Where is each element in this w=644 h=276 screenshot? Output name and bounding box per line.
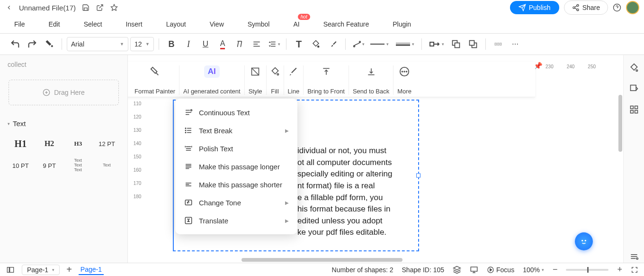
svg-point-65 <box>185 132 186 133</box>
presentation-icon[interactable] <box>470 266 478 274</box>
text-preset-multi[interactable]: Text Text Text <box>65 156 91 175</box>
fontsize-select[interactable]: 12▼ <box>130 37 154 51</box>
ai-content-icon[interactable]: AI <box>204 65 220 78</box>
publish-button[interactable]: Publish <box>510 1 559 14</box>
page-select[interactable]: Page-1▾ <box>22 265 60 275</box>
svg-marker-1 <box>111 4 117 10</box>
text-preset-text[interactable]: Text <box>94 156 120 175</box>
menu-search-feature[interactable]: Search Feature <box>323 20 369 28</box>
ai-text-break[interactable]: Text Break▶ <box>175 121 297 139</box>
external-icon[interactable] <box>96 3 104 12</box>
layer-back-icon[interactable] <box>465 37 481 52</box>
page-layout-icon[interactable] <box>6 266 15 274</box>
svg-line-0 <box>99 5 103 8</box>
text-preset-12pt[interactable]: 12 PT <box>94 134 120 153</box>
fill-icon[interactable] <box>308 37 323 52</box>
ai-translate[interactable]: Translate▶ <box>175 212 297 230</box>
grid-view-icon[interactable] <box>628 103 640 116</box>
page-tab-1[interactable]: Page-1 <box>79 265 104 275</box>
ai-polish-text[interactable]: Polish Text <box>175 139 297 157</box>
arrow-style-icon[interactable]: ▾ <box>427 37 447 52</box>
font-color-icon[interactable]: A <box>215 37 230 52</box>
zoom-control[interactable]: 100%▾ <box>523 266 544 274</box>
connector-icon[interactable]: ▾ <box>350 37 366 52</box>
ai-change-tone[interactable]: Change Tone▶ <box>175 193 297 212</box>
layer-front-icon[interactable] <box>448 37 464 52</box>
insert-shape-icon[interactable] <box>628 83 640 95</box>
svg-rect-31 <box>500 43 501 46</box>
line-style-icon[interactable]: ▾ <box>367 37 391 52</box>
send-back-label: Send to Back <box>353 88 389 95</box>
layers-icon[interactable] <box>453 266 461 274</box>
vertical-scrollbar[interactable] <box>618 66 622 218</box>
zoom-out-icon[interactable]: − <box>553 265 558 275</box>
svg-point-85 <box>581 240 583 241</box>
style-tool-icon[interactable] <box>250 65 260 78</box>
text-preset-h1[interactable]: H1 <box>8 134 34 153</box>
more-tool-icon[interactable] <box>399 65 410 78</box>
bring-front-tool-icon[interactable] <box>322 65 331 78</box>
zoom-in-icon[interactable]: + <box>617 265 622 275</box>
menu-insert[interactable]: Insert <box>126 20 143 28</box>
drag-here-zone[interactable]: Drag Here <box>9 80 119 105</box>
more-label: More <box>397 88 411 95</box>
menu-view[interactable]: View <box>210 20 224 28</box>
menu-file[interactable]: File <box>14 20 25 28</box>
save-icon[interactable] <box>81 3 90 12</box>
more-icon[interactable]: ⋯ <box>508 37 523 52</box>
text-preset-10pt[interactable]: 10 PT <box>8 156 34 175</box>
ai-make-shorter[interactable]: Make this passage shorter <box>175 175 297 193</box>
zoom-slider[interactable] <box>566 269 608 271</box>
collect-label: collect <box>7 59 121 70</box>
text-preset-9pt[interactable]: 9 PT <box>36 156 63 175</box>
underline-icon[interactable]: U <box>198 37 213 52</box>
text-preset-h2[interactable]: H2 <box>36 134 63 153</box>
bold-icon[interactable]: B <box>164 37 179 52</box>
line-spacing-icon[interactable]: ▾ <box>266 37 281 52</box>
help-icon[interactable] <box>613 3 621 12</box>
redo-icon[interactable] <box>25 37 40 52</box>
svg-point-58 <box>406 71 407 72</box>
text-preset-h3[interactable]: H3 <box>65 134 91 153</box>
line-tool-icon[interactable] <box>289 65 298 78</box>
back-icon[interactable] <box>5 3 13 12</box>
ai-continuous-text[interactable]: Continuous Text <box>175 103 297 121</box>
text-tool-icon[interactable]: T <box>291 37 306 52</box>
brush-icon[interactable] <box>325 37 340 52</box>
send-back-tool-icon[interactable] <box>367 65 376 78</box>
format-painter-tool-icon[interactable] <box>150 65 160 78</box>
svg-rect-80 <box>635 110 637 113</box>
add-page-icon[interactable]: + <box>66 264 72 275</box>
fill-label: Fill <box>271 88 279 95</box>
line-weight-icon[interactable]: ▾ <box>393 37 417 52</box>
chatbot-button[interactable] <box>575 232 593 250</box>
font-select[interactable]: Arial▼ <box>67 37 128 51</box>
align-icon[interactable] <box>249 37 264 52</box>
format-painter-icon[interactable] <box>42 37 57 52</box>
star-icon[interactable] <box>110 3 118 12</box>
continuous-text-icon <box>184 108 193 117</box>
avatar[interactable] <box>626 1 639 14</box>
menu-ai[interactable]: AIhot <box>293 20 299 28</box>
svg-marker-94 <box>490 268 492 271</box>
menu-edit[interactable]: Edit <box>49 20 60 28</box>
menu-symbol[interactable]: Symbol <box>248 20 270 28</box>
share-button[interactable]: Share <box>564 0 608 15</box>
fill-tool-icon[interactable] <box>270 65 280 78</box>
text-section-toggle[interactable]: ▾Text <box>7 117 121 130</box>
menu-layout[interactable]: Layout <box>166 20 186 28</box>
fullscreen-icon[interactable] <box>631 266 638 274</box>
horizontal-scrollbar[interactable] <box>133 258 620 262</box>
italic-icon[interactable]: I <box>181 37 196 52</box>
clear-format-icon[interactable] <box>232 37 247 52</box>
menu-select[interactable]: Select <box>84 20 102 28</box>
text-break-icon <box>184 126 193 135</box>
settings-list-icon[interactable] <box>628 250 640 263</box>
menu-plugin[interactable]: Plugin <box>393 20 411 28</box>
undo-icon[interactable] <box>8 37 23 52</box>
focus-icon[interactable] <box>487 266 494 274</box>
ai-make-longer[interactable]: Make this passage longer <box>175 157 297 175</box>
resize-handle-right[interactable] <box>416 174 420 178</box>
paint-bucket-icon[interactable] <box>628 62 640 74</box>
distribute-icon[interactable] <box>491 37 506 52</box>
